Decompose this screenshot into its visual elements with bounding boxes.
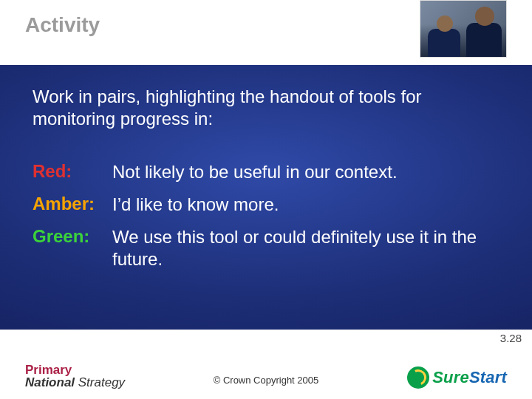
- header-photo: [420, 0, 507, 58]
- logo-surestart: SureStart: [407, 366, 507, 389]
- logo-strategy-text: National Strategy: [25, 376, 125, 389]
- rag-list: Red: Not likely to be useful in our cont…: [33, 151, 499, 281]
- label-red: Red:: [33, 161, 112, 183]
- surestart-text: SureStart: [432, 368, 507, 387]
- desc-green: We use this tool or could definitely use…: [112, 226, 499, 270]
- content-area: Work in pairs, highlighting the handout …: [0, 65, 532, 330]
- desc-amber: I’d like to know more.: [112, 194, 499, 216]
- slide-number: 3.28: [500, 332, 522, 344]
- list-item: Red: Not likely to be useful in our cont…: [33, 161, 499, 183]
- header: Activity: [0, 0, 532, 65]
- surestart-sure: Sure: [432, 368, 469, 386]
- surestart-start: Start: [469, 368, 507, 386]
- list-item: Green: We use this tool or could definit…: [33, 226, 499, 270]
- copyright-text: © Crown Copyright 2005: [214, 375, 319, 386]
- slide: Activity Work in pairs, highlighting the…: [0, 0, 532, 399]
- logo-primary-text: Primary: [25, 364, 125, 376]
- intro-text: Work in pairs, highlighting the handout …: [33, 86, 499, 130]
- logo-strategy-word: Strategy: [75, 375, 125, 389]
- logo-primary-national-strategy: Primary National Strategy: [25, 364, 125, 389]
- label-amber: Amber:: [33, 194, 112, 216]
- label-green: Green:: [33, 226, 112, 270]
- footer: Primary National Strategy © Crown Copyri…: [0, 347, 532, 399]
- surestart-icon: [407, 366, 429, 389]
- desc-red: Not likely to be useful in our context.: [112, 161, 499, 183]
- list-item: Amber: I’d like to know more.: [33, 194, 499, 216]
- logo-national-word: National: [25, 375, 75, 389]
